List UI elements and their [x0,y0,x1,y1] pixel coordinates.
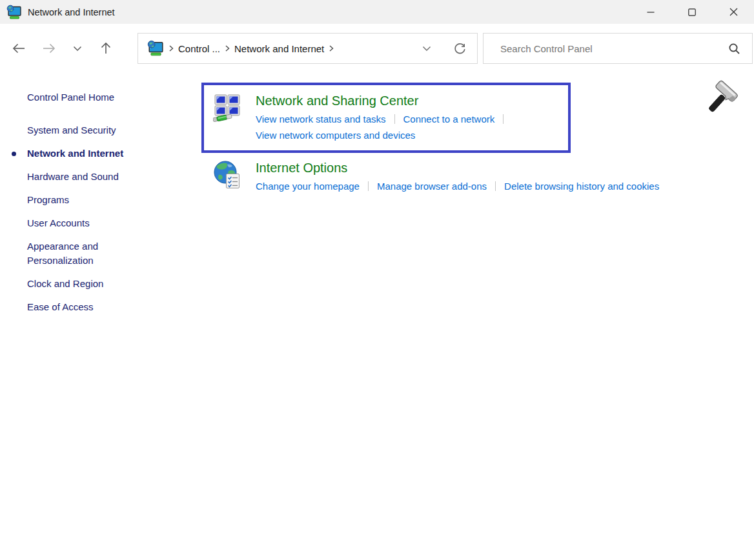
separator [503,114,504,124]
sidebar: Control Panel Home System and Security N… [27,90,163,323]
maximize-button[interactable] [671,0,713,24]
highlight-box-network-and-sharing-center: Network and Sharing Center View network … [201,83,571,153]
sidebar-item-programs[interactable]: Programs [27,193,163,207]
network-sharing-center-icon[interactable] [213,94,241,122]
section-title-network-and-sharing-center[interactable]: Network and Sharing Center [256,92,512,109]
breadcrumb-item-control-panel[interactable]: Control ... [178,43,220,54]
link-view-network-status-and-tasks[interactable]: View network status and tasks [256,114,386,125]
chevron-right-icon [327,44,336,53]
sidebar-item-appearance-and-personalization[interactable]: Appearance and Personalization [27,239,163,268]
network-and-internet-icon [6,5,22,20]
section-title-internet-options[interactable]: Internet Options [256,159,659,176]
section-network-and-sharing-center: Network and Sharing Center View network … [213,92,559,142]
title-bar: Network and Internet [0,0,754,24]
main-content: Network and Sharing Center View network … [201,72,747,193]
sidebar-item-clock-and-region[interactable]: Clock and Region [27,277,163,291]
search-icon[interactable] [728,43,740,55]
sidebar-item-ease-of-access[interactable]: Ease of Access [27,300,163,314]
minimize-button[interactable] [630,0,671,24]
link-view-network-computers-and-devices[interactable]: View network computers and devices [256,130,415,141]
refresh-button[interactable] [453,42,467,55]
internet-options-icon[interactable] [213,161,241,189]
separator [368,181,369,191]
sidebar-item-control-panel-home[interactable]: Control Panel Home [27,90,163,105]
link-manage-browser-add-ons[interactable]: Manage browser add-ons [377,181,487,192]
hammer-cursor-icon [702,80,742,120]
window-title: Network and Internet [28,7,115,17]
section-internet-options: Internet Options Change your homepageMan… [201,159,747,193]
sidebar-item-hardware-and-sound[interactable]: Hardware and Sound [27,170,163,184]
window-controls [630,0,754,24]
search-input[interactable] [500,43,728,54]
address-bar[interactable]: Control ... Network and Internet [138,33,478,64]
separator [495,181,496,191]
nav-buttons [12,24,113,72]
close-button[interactable] [713,0,754,24]
back-button[interactable] [12,41,26,55]
up-button[interactable] [99,41,113,55]
forward-button[interactable] [42,41,56,55]
sidebar-item-user-accounts[interactable]: User Accounts [27,216,163,230]
sidebar-item-system-and-security[interactable]: System and Security [27,123,163,137]
link-change-your-homepage[interactable]: Change your homepage [256,181,360,192]
separator [394,114,395,124]
breadcrumb-item-network-and-internet[interactable]: Network and Internet [234,43,324,54]
network-and-internet-icon [147,40,164,57]
link-delete-browsing-history-and-cookies[interactable]: Delete browsing history and cookies [504,181,659,192]
active-bullet-icon [12,152,16,156]
link-connect-to-a-network[interactable]: Connect to a network [403,114,495,125]
chevron-right-icon [223,44,232,53]
sidebar-item-network-and-internet[interactable]: Network and Internet [27,146,163,161]
navigation-bar: Control ... Network and Internet [0,24,754,72]
recent-pages-chevron-button[interactable] [72,43,83,54]
address-dropdown-chevron-button[interactable] [421,43,433,54]
chevron-right-icon [167,44,176,53]
search-box [483,33,753,64]
